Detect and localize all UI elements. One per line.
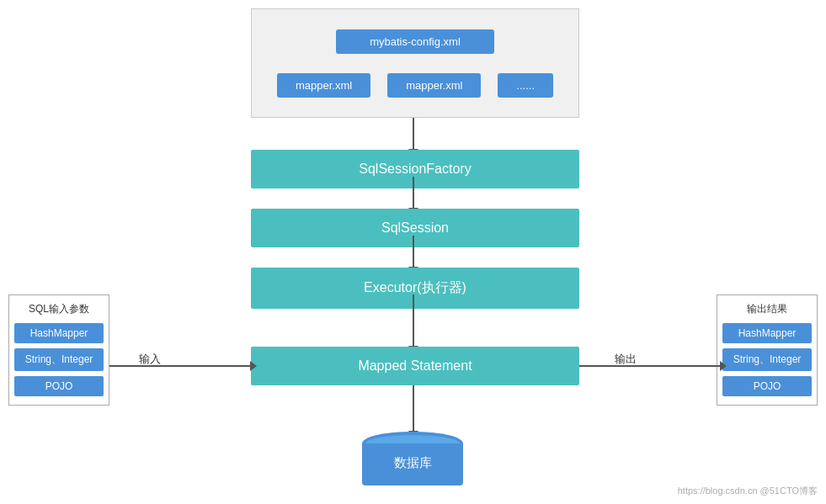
mybatis-config-btn: mybatis-config.xml xyxy=(336,29,494,54)
arrow-factory-to-session xyxy=(413,177,414,209)
arrow-session-to-executor xyxy=(413,236,414,268)
config-box: mybatis-config.xml mapper.xml mapper.xml… xyxy=(251,8,579,118)
left-item3: POJO xyxy=(14,376,104,396)
mapper1-btn: mapper.xml xyxy=(277,73,370,98)
watermark: https://blog.csdn.cn @51CTO博客 xyxy=(678,485,818,497)
arrow-config-to-factory xyxy=(413,118,414,150)
sql-session-factory-box: SqlSessionFactory xyxy=(251,150,579,188)
right-item3: POJO xyxy=(722,376,812,396)
dots-btn: ...... xyxy=(498,73,553,98)
right-item1: HashMapper xyxy=(722,323,812,343)
diagram-container: mybatis-config.xml mapper.xml mapper.xml… xyxy=(0,0,826,504)
left-item2: String、Integer xyxy=(14,348,104,371)
left-item1: HashMapper xyxy=(14,323,104,343)
sql-input-panel: SQL输入参数 HashMapper String、Integer POJO xyxy=(8,294,109,406)
mapped-statement-box: Mapped Statement xyxy=(251,347,579,385)
executor-box: Executor(执行器) xyxy=(251,268,579,309)
mapper-row: mapper.xml mapper.xml ...... xyxy=(277,73,553,98)
right-item2: String、Integer xyxy=(722,348,812,371)
database-label: 数据库 xyxy=(362,455,463,471)
mapper2-btn: mapper.xml xyxy=(387,73,481,98)
output-panel: 输出结果 HashMapper String、Integer POJO xyxy=(717,294,818,406)
arrow-output xyxy=(579,365,721,367)
arrow-mapped-to-db xyxy=(413,385,414,432)
sql-input-title: SQL输入参数 xyxy=(14,302,104,316)
database-icon: 数据库 xyxy=(362,432,463,485)
arrow-input xyxy=(109,365,251,367)
input-label: 输入 xyxy=(139,352,161,367)
output-title: 输出结果 xyxy=(722,302,812,316)
output-label: 输出 xyxy=(615,352,637,367)
arrow-executor-to-mapped xyxy=(413,294,414,347)
sql-session-box: SqlSession xyxy=(251,209,579,247)
